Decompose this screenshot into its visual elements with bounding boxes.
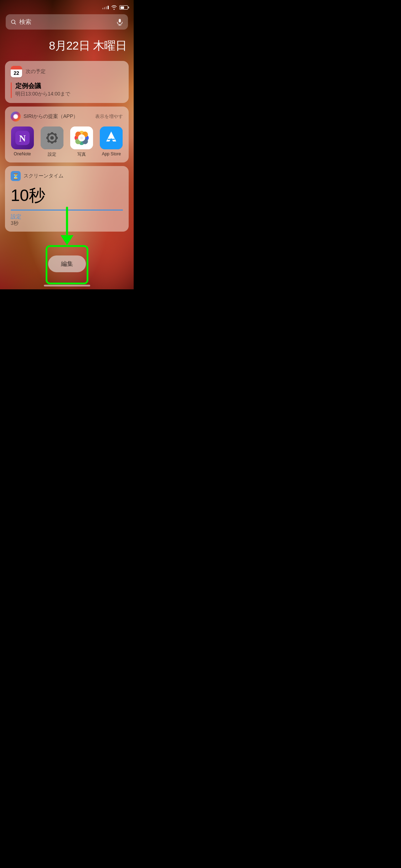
app-label-settings: 設定 xyxy=(48,151,56,157)
app-item-onenote[interactable]: N OneNote xyxy=(11,126,34,157)
signal-bar-3 xyxy=(106,6,107,9)
hourglass-icon: ⏳ xyxy=(11,171,21,181)
svg-rect-12 xyxy=(46,137,48,139)
event-color-bar xyxy=(11,82,12,98)
svg-rect-2 xyxy=(119,19,121,22)
app-item-appstore[interactable]: App Store xyxy=(100,126,123,157)
svg-point-9 xyxy=(50,136,54,140)
calendar-header: 22 次の予定 xyxy=(11,66,123,77)
svg-rect-10 xyxy=(51,132,53,134)
siri-title: SIRIからの提案（APP） xyxy=(24,113,78,120)
battery-icon xyxy=(119,5,128,10)
app-item-photos[interactable]: 写真 xyxy=(70,126,93,157)
siri-more-link[interactable]: 表示を増やす xyxy=(95,113,123,120)
siri-header-left: SIRIからの提案（APP） xyxy=(11,112,78,122)
search-placeholder-text: 検索 xyxy=(19,18,114,26)
green-highlight-rect xyxy=(46,245,88,284)
svg-text:N: N xyxy=(19,133,26,144)
microphone-icon[interactable] xyxy=(117,19,123,26)
screentime-duration: 10秒 xyxy=(11,185,123,207)
calendar-widget[interactable]: 22 次の予定 定例会議 明日13:00から14:00まで xyxy=(5,61,129,103)
cal-top-bar xyxy=(11,66,22,69)
screentime-title: スクリーンタイム xyxy=(24,173,63,179)
svg-point-28 xyxy=(80,136,83,139)
svg-line-1 xyxy=(15,23,16,24)
svg-rect-11 xyxy=(51,141,53,144)
svg-rect-13 xyxy=(56,137,58,139)
home-indicator[interactable] xyxy=(44,285,90,286)
siri-icon xyxy=(11,112,21,122)
signal-bar-2 xyxy=(104,7,105,9)
calendar-day-number: 22 xyxy=(14,69,19,77)
event-name: 定例会議 xyxy=(15,82,70,90)
calendar-icon: 22 xyxy=(11,66,22,77)
signal-indicator xyxy=(102,6,109,9)
appstore-icon xyxy=(100,126,123,149)
siri-icon-inner xyxy=(13,114,18,119)
photos-icon xyxy=(70,126,93,149)
arrow-shaft xyxy=(66,207,68,235)
arrow-head xyxy=(61,235,73,245)
event-time: 明日13:00から14:00まで xyxy=(15,91,70,97)
green-arrow xyxy=(61,207,73,245)
app-label-appstore: App Store xyxy=(102,151,121,156)
app-label-photos: 写真 xyxy=(77,151,86,157)
event-details: 定例会議 明日13:00から14:00まで xyxy=(15,82,70,97)
search-bar[interactable]: 検索 xyxy=(6,14,128,30)
siri-header: SIRIからの提案（APP） 表示を増やす xyxy=(11,112,123,122)
app-item-settings[interactable]: 設定 xyxy=(41,126,63,157)
onenote-icon: N xyxy=(11,126,34,149)
app-label-onenote: OneNote xyxy=(14,151,31,156)
wifi-icon xyxy=(111,5,117,10)
battery-fill xyxy=(120,6,124,9)
siri-widget[interactable]: SIRIからの提案（APP） 表示を増やす N OneNote xyxy=(5,107,129,162)
calendar-header-label: 次の予定 xyxy=(26,68,46,75)
date-text: 8月22日 木曜日 xyxy=(49,39,127,52)
annotation-arrow-container xyxy=(61,207,73,245)
siri-apps-grid: N OneNote xyxy=(11,126,123,157)
status-bar xyxy=(0,0,134,11)
settings-icon xyxy=(41,126,63,149)
date-display: 8月22日 木曜日 xyxy=(0,34,134,61)
signal-bar-4 xyxy=(108,6,109,9)
search-icon xyxy=(11,19,16,25)
event-item: 定例会議 明日13:00から14:00まで xyxy=(11,82,123,98)
signal-bar-1 xyxy=(102,8,103,9)
screentime-header: ⏳ スクリーンタイム xyxy=(11,171,123,181)
